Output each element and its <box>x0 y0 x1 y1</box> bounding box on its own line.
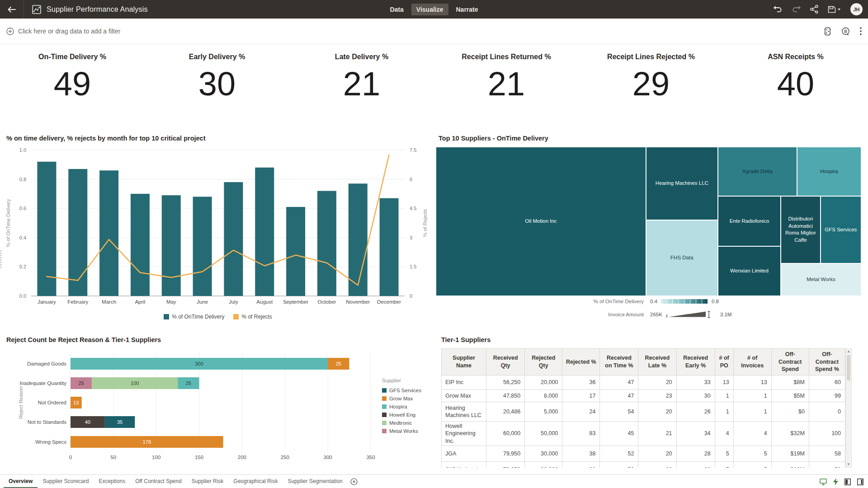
save-button[interactable] <box>828 5 841 14</box>
svg-text:300: 300 <box>195 361 203 366</box>
present-mode-icon[interactable] <box>820 479 827 485</box>
value-cell: 58 <box>809 446 845 461</box>
treemap-node[interactable]: Hospira <box>797 147 861 196</box>
bar-February[interactable] <box>68 169 87 296</box>
bar-November[interactable] <box>349 183 368 296</box>
treemap-node[interactable]: FHS Data <box>646 220 718 296</box>
supplier-legend-item[interactable]: Medtronic <box>382 419 421 427</box>
bar-September[interactable] <box>286 207 305 296</box>
treemap-title: Top 10 Suppliers - OnTime Delivery <box>439 135 548 142</box>
bar-May[interactable] <box>162 195 181 296</box>
value-cell: 17 <box>562 390 600 402</box>
scroll-down-icon[interactable]: ▼ <box>846 462 851 467</box>
table-row[interactable]: Grow Max47,8508,0001747233011$5M99 <box>442 390 845 402</box>
supplier-legend-item[interactable]: Hospira <box>382 403 421 411</box>
kpi-tile[interactable]: Receipt Lines Rejected %29 <box>579 44 723 115</box>
column-header[interactable]: Received Early % <box>676 349 715 375</box>
workbook-logo-icon <box>32 5 41 14</box>
column-header[interactable]: Rejected % <box>562 349 600 375</box>
bar-August[interactable] <box>255 168 274 296</box>
column-header[interactable]: Off-Contract Spend % <box>809 349 845 375</box>
scroll-thumb[interactable] <box>847 355 850 380</box>
supplier-legend-item[interactable]: Howell Eng <box>382 411 421 419</box>
bar-July[interactable] <box>224 182 243 296</box>
table-scrollbar[interactable]: ▲ ▼ <box>845 348 852 468</box>
column-header[interactable]: # of PO <box>715 349 733 375</box>
canvas-drag-handle[interactable] <box>0 250 2 269</box>
canvas-tab-overview[interactable]: Overview <box>4 475 38 488</box>
kpi-tile[interactable]: Early Delivery %30 <box>145 44 289 115</box>
supplier-legend-item[interactable]: Grow Max <box>382 394 421 403</box>
redo-button[interactable] <box>792 5 801 13</box>
canvas-tab-supplier-scorecard[interactable]: Supplier Scorecard <box>38 475 94 488</box>
svg-text:13: 13 <box>73 400 79 405</box>
insights-icon[interactable] <box>841 27 850 36</box>
collapse-right-panel-icon[interactable] <box>857 479 863 485</box>
table-row[interactable]: EIP Inc56,25020,000364720331313$8M60 <box>442 375 845 390</box>
mode-tab-narrate[interactable]: Narrate <box>451 4 483 15</box>
supplier-name-cell: JGA <box>442 446 486 461</box>
table-row[interactable]: Hearing Machines LLC20,4865,000245420261… <box>442 402 845 422</box>
treemap-node[interactable]: Hearing Machines LLC <box>646 147 718 220</box>
treemap-node[interactable]: Oil Motion Inc <box>436 147 646 296</box>
color-gradient-bar[interactable] <box>661 299 708 304</box>
treemap-node[interactable]: Ente Radiofonico <box>718 196 781 246</box>
collapse-left-panel-icon[interactable] <box>844 479 851 485</box>
canvas-tab-supplier-segmentation[interactable]: Supplier Segmentation <box>283 475 347 488</box>
canvas-tab-supplier-risk[interactable]: Supplier Risk <box>187 475 229 488</box>
column-header[interactable]: Received Qty <box>486 349 525 375</box>
more-menu-icon[interactable] <box>860 27 862 35</box>
bar-October[interactable] <box>317 191 336 296</box>
column-header[interactable]: Received on Time % <box>600 349 638 375</box>
legend-item[interactable]: % of Rejects <box>233 314 272 320</box>
column-header[interactable]: Off-Contract Spend <box>771 349 809 375</box>
supplier-legend-item[interactable]: GFS Services <box>382 386 421 394</box>
share-button[interactable] <box>810 5 819 14</box>
treemap-node[interactable]: Distributori Automatici Roma Miglior Caf… <box>781 196 821 263</box>
back-button[interactable] <box>0 0 24 19</box>
auto-insights-icon[interactable] <box>833 478 838 485</box>
rejects-line[interactable] <box>47 155 389 286</box>
canvas-tab-off-contract-spend[interactable]: Off Contract Spend <box>130 475 187 488</box>
kpi-tile[interactable]: ASN Receipts %40 <box>723 44 868 115</box>
table-row[interactable]: JKS National79,95030,0003852202855$19M58 <box>442 461 845 468</box>
table-row[interactable]: Howell Engineering Inc.60,00050,00083452… <box>442 422 845 446</box>
mode-tab-data[interactable]: Data <box>385 4 408 15</box>
undo-button[interactable] <box>773 5 783 13</box>
bar-March[interactable] <box>99 170 118 296</box>
canvas-tab-bar: OverviewSupplier ScorecardExceptionsOff … <box>0 474 868 488</box>
kpi-tile[interactable]: On-Time Delivery %49 <box>0 44 145 115</box>
canvas-settings-icon[interactable] <box>824 27 831 36</box>
kpi-tile[interactable]: Late Delivery %21 <box>289 44 434 115</box>
legend-swatch <box>233 314 239 319</box>
treemap-node[interactable]: Wenxian Limited <box>718 246 781 296</box>
bar-January[interactable] <box>37 162 56 296</box>
size-ramp-icon[interactable] <box>666 311 717 318</box>
treemap-node[interactable]: Xgrade Delta <box>718 147 797 196</box>
svg-text:0.6: 0.6 <box>19 206 26 211</box>
legend-label: Howell Eng <box>389 412 415 418</box>
kpi-label: Receipt Lines Rejected % <box>579 53 723 61</box>
column-header[interactable]: Supplier Name <box>442 349 486 375</box>
mode-tab-visualize[interactable]: Visualize <box>411 4 448 15</box>
bar-June[interactable] <box>193 197 212 296</box>
svg-text:40: 40 <box>85 419 90 425</box>
add-canvas-button[interactable] <box>350 478 358 485</box>
add-filter-target[interactable]: Click here or drag data to add a filter <box>6 28 120 35</box>
bar-April[interactable] <box>131 194 150 296</box>
kpi-tile[interactable]: Receipt Lines Returned %21 <box>434 44 579 115</box>
column-header[interactable]: Received Late % <box>638 349 676 375</box>
scroll-up-icon[interactable]: ▲ <box>846 349 851 354</box>
treemap-node[interactable]: Metal Works <box>781 263 861 296</box>
canvas-tab-geographical-risk[interactable]: Geographical Risk <box>228 475 283 488</box>
user-avatar[interactable]: JH <box>850 3 863 15</box>
legend-item[interactable]: % of OnTime Delivery <box>164 314 224 320</box>
column-header[interactable]: # of Invoices <box>733 349 771 375</box>
supplier-legend-item[interactable]: Metal Works <box>382 427 421 435</box>
svg-text:October: October <box>317 299 336 305</box>
table-row[interactable]: JGA79,95030,0003852202855$19M58 <box>442 446 845 461</box>
bar-December[interactable] <box>380 198 399 296</box>
column-header[interactable]: Rejected Qty <box>525 349 562 375</box>
canvas-tab-exceptions[interactable]: Exceptions <box>94 475 130 488</box>
treemap-node[interactable]: GFS Services <box>821 196 861 263</box>
